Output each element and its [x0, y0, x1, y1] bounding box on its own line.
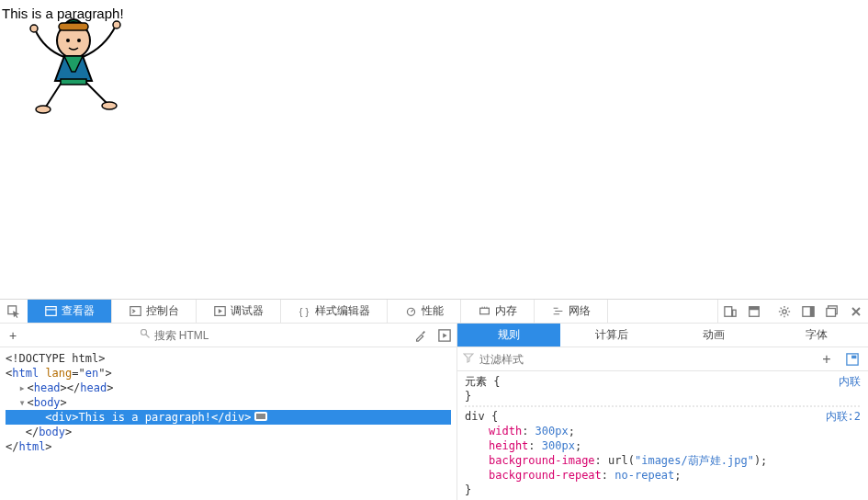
debugger-icon	[213, 305, 226, 318]
dom-div-selected[interactable]: <div>This is a paragraph!</div>	[6, 410, 451, 425]
devtools-toolbar: 查看器 控制台 调试器 { } 样式编辑器 性能 内存 网络	[0, 300, 868, 324]
dom-tree[interactable]: <!DOCTYPE html> <html lang="en"> ▸<head>…	[0, 347, 457, 500]
tab-console-label: 控制台	[146, 303, 179, 319]
decl-bg-repeat[interactable]: background-repeat: no-repeat;	[465, 468, 861, 483]
rule-selector-div: div	[465, 410, 485, 423]
svg-point-7	[102, 102, 117, 109]
svg-line-37	[145, 335, 149, 338]
filter-bar: +	[457, 347, 868, 371]
svg-rect-20	[733, 310, 737, 316]
add-node-button[interactable]: +	[0, 328, 26, 343]
svg-point-6	[36, 106, 51, 113]
rules-list[interactable]: 内联 元素 { } 内联:2 div { width: 300px; heigh…	[457, 371, 868, 500]
rule-element[interactable]: 内联 元素 { }	[465, 374, 861, 403]
rule-divider	[465, 405, 861, 407]
svg-rect-40	[256, 414, 265, 419]
page-preview: This is a paragraph!	[0, 0, 868, 299]
svg-rect-19	[725, 306, 732, 316]
devtools-split: + <!DOCTYPE html> <html lang="en"> ▸<hea…	[0, 324, 868, 500]
rules-pane: 规则 计算后 动画 字体 + 内联 元素 { } 内联:2	[457, 324, 868, 500]
decl-bg-image[interactable]: background-image: url("images/葫芦娃.jpg");	[465, 453, 861, 468]
svg-rect-15	[479, 308, 489, 314]
cartoon-image	[18, 7, 129, 116]
svg-line-31	[787, 307, 788, 308]
tab-performance[interactable]: 性能	[388, 300, 461, 323]
tab-network[interactable]: 网络	[535, 300, 608, 323]
subtab-animations[interactable]: 动画	[663, 324, 766, 347]
tab-memory[interactable]: 内存	[461, 300, 535, 323]
play-button[interactable]	[433, 324, 457, 347]
tab-memory-label: 内存	[495, 303, 517, 319]
subtab-computed[interactable]: 计算后	[560, 324, 663, 347]
search-input[interactable]	[154, 329, 296, 342]
svg-line-30	[781, 314, 782, 315]
toggle-pseudo-button[interactable]	[842, 349, 862, 369]
decl-width[interactable]: width: 300px;	[465, 424, 861, 438]
pick-element-button[interactable]	[0, 300, 28, 323]
dom-toolbar: +	[0, 324, 457, 347]
rule-source-link[interactable]: 内联	[839, 374, 861, 389]
styleeditor-icon: { }	[298, 305, 310, 318]
rules-subtabs: 规则 计算后 动画 字体	[457, 324, 868, 347]
tab-debugger[interactable]: 调试器	[197, 300, 281, 323]
svg-point-5	[113, 21, 120, 28]
responsive-mode-button[interactable]	[718, 300, 742, 324]
tab-styleeditor-label: 样式编辑器	[315, 303, 370, 319]
search-icon	[140, 328, 151, 342]
filter-icon	[463, 352, 474, 366]
dom-head[interactable]: ▸<head></head>	[6, 381, 451, 395]
svg-line-29	[787, 314, 788, 315]
svg-rect-8	[61, 79, 86, 85]
subtab-fonts[interactable]: 字体	[765, 324, 868, 347]
svg-rect-22	[750, 306, 760, 310]
settings-button[interactable]	[772, 300, 796, 324]
devtools-panel: 查看器 控制台 调试器 { } 样式编辑器 性能 内存 网络	[0, 299, 868, 500]
svg-point-2	[66, 39, 70, 42]
tab-inspector-label: 查看器	[62, 303, 95, 319]
svg-line-28	[781, 307, 782, 308]
tab-styleeditor[interactable]: { } 样式编辑器	[281, 300, 388, 323]
rule-selector-element: 元素	[465, 375, 487, 388]
filter-input[interactable]	[479, 353, 811, 366]
tab-network-label: 网络	[569, 303, 591, 319]
subtab-rules[interactable]: 规则	[457, 324, 560, 347]
dom-body-open[interactable]: ▾<body>	[6, 395, 451, 410]
svg-rect-42	[851, 355, 856, 358]
rule-source-link[interactable]: 内联:2	[826, 409, 861, 424]
frame-select-button[interactable]	[742, 300, 766, 324]
node-badge-icon	[254, 410, 267, 425]
tab-performance-label: 性能	[422, 303, 444, 319]
dock-side-button[interactable]	[796, 300, 820, 324]
svg-point-23	[783, 309, 786, 312]
network-icon	[551, 305, 564, 318]
dom-doctype[interactable]: <!DOCTYPE html>	[6, 351, 451, 366]
tab-console[interactable]: 控制台	[112, 300, 197, 323]
svg-point-4	[30, 25, 38, 32]
dom-body-close[interactable]: </body>	[6, 425, 451, 439]
svg-rect-1	[59, 23, 88, 30]
dom-pane: + <!DOCTYPE html> <html lang="en"> ▸<hea…	[0, 324, 457, 500]
performance-icon	[404, 305, 417, 318]
svg-point-3	[77, 39, 81, 42]
inspector-icon	[44, 305, 57, 318]
tab-debugger-label: 调试器	[231, 303, 264, 319]
dom-html-open[interactable]: <html lang="en">	[6, 366, 451, 381]
svg-point-36	[141, 330, 146, 335]
decl-height[interactable]: height: 300px;	[465, 438, 861, 453]
add-rule-button[interactable]: +	[817, 349, 837, 369]
svg-rect-10	[45, 307, 55, 316]
svg-rect-35	[827, 308, 836, 316]
svg-rect-33	[810, 306, 814, 316]
dom-html-close[interactable]: </html>	[6, 439, 451, 454]
close-devtools-button[interactable]	[844, 300, 868, 324]
rule-div[interactable]: 内联:2 div { width: 300px; height: 300px; …	[465, 409, 861, 497]
memory-icon	[478, 305, 490, 318]
tab-inspector[interactable]: 查看器	[28, 300, 112, 323]
eyedropper-button[interactable]	[409, 324, 433, 347]
console-icon	[129, 305, 141, 318]
dock-window-button[interactable]	[820, 300, 844, 324]
toolbar-right	[717, 300, 868, 323]
